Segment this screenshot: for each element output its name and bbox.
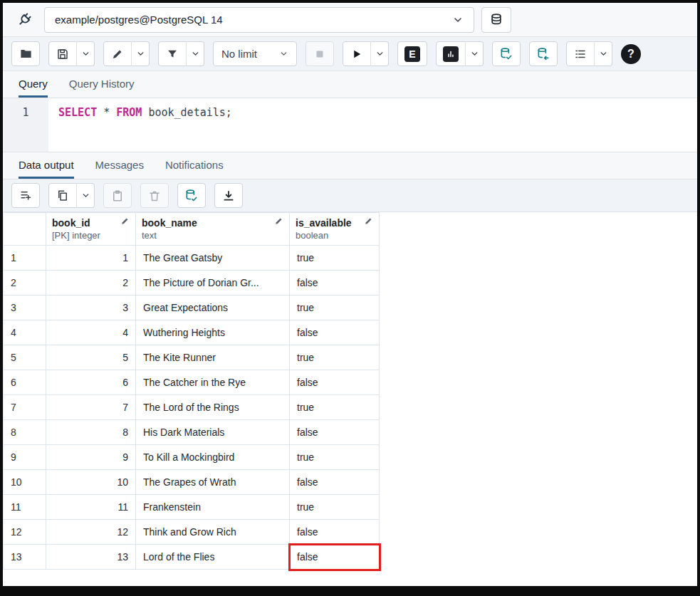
cell-book-id[interactable]: 1 <box>46 246 136 271</box>
row-number-cell[interactable]: 12 <box>4 520 46 545</box>
delete-row-button[interactable] <box>140 183 169 208</box>
tab-notifications[interactable]: Notifications <box>165 152 224 179</box>
tab-query-history[interactable]: Query History <box>69 71 135 98</box>
cell-book-id[interactable]: 2 <box>46 271 136 296</box>
delete-row-icon <box>148 189 161 202</box>
pgadmin-query-tool-window: example/postgres@PostgreSQL 14 <box>0 0 700 596</box>
connection-selector[interactable]: example/postgres@PostgreSQL 14 <box>44 7 474 33</box>
copy-button[interactable] <box>48 183 77 208</box>
explain-analyze-button[interactable] <box>436 41 466 66</box>
row-number-cell[interactable]: 5 <box>4 345 46 370</box>
table-row: 11The Great Gatsbytrue <box>4 246 380 271</box>
rollback-icon <box>536 47 550 61</box>
open-file-button[interactable] <box>11 41 40 66</box>
cell-book-name[interactable]: Great Expectations <box>136 296 290 320</box>
save-data-icon <box>184 189 199 203</box>
save-data-button[interactable] <box>177 183 206 208</box>
cell-is-available[interactable]: true <box>290 345 380 370</box>
cell-is-available[interactable]: false <box>290 320 380 345</box>
filter-button[interactable] <box>158 41 187 66</box>
cell-book-name[interactable]: To Kill a Mockingbird <box>136 445 290 470</box>
filter-icon <box>166 48 179 61</box>
cell-is-available[interactable]: false <box>290 271 380 296</box>
cell-book-id[interactable]: 8 <box>46 420 136 445</box>
row-number-cell[interactable]: 4 <box>4 320 46 345</box>
cell-is-available[interactable]: false <box>290 520 380 545</box>
cell-is-available[interactable]: false <box>290 470 380 495</box>
corner-header-cell[interactable] <box>4 213 46 246</box>
cell-is-available[interactable]: false <box>290 545 380 570</box>
row-number-cell[interactable]: 10 <box>4 470 46 495</box>
execute-dropdown-button[interactable] <box>370 41 389 66</box>
row-number-cell[interactable]: 3 <box>4 296 46 320</box>
tab-messages[interactable]: Messages <box>95 152 144 179</box>
row-number-cell[interactable]: 11 <box>4 495 46 520</box>
cell-book-id[interactable]: 13 <box>46 545 136 570</box>
row-number-cell[interactable]: 6 <box>4 370 46 395</box>
cell-book-name[interactable]: The Kite Runner <box>136 345 290 370</box>
cell-is-available[interactable]: false <box>290 370 380 395</box>
rollback-button[interactable] <box>529 41 558 66</box>
cell-book-id[interactable]: 5 <box>46 345 136 370</box>
sql-code-line[interactable]: SELECT * FROM book_details; <box>48 98 697 152</box>
limit-selector[interactable]: No limit <box>213 41 297 66</box>
edit-button[interactable] <box>103 41 132 66</box>
download-results-button[interactable] <box>214 183 243 208</box>
cell-is-available[interactable]: true <box>290 495 380 520</box>
cell-book-name[interactable]: Lord of the Flies <box>136 545 290 570</box>
explain-analyze-dropdown-button[interactable] <box>465 41 484 66</box>
cell-book-name[interactable]: Frankenstein <box>136 495 290 520</box>
cell-is-available[interactable]: true <box>290 395 380 420</box>
row-number-cell[interactable]: 13 <box>4 545 46 570</box>
cell-book-id[interactable]: 6 <box>46 370 136 395</box>
cell-book-name[interactable]: The Catcher in the Rye <box>136 370 290 395</box>
add-row-button[interactable] <box>11 183 40 208</box>
column-header-is-available[interactable]: is_available boolean <box>290 213 380 246</box>
cell-book-id[interactable]: 11 <box>46 495 136 520</box>
cell-book-name[interactable]: The Great Gatsby <box>136 246 290 271</box>
column-header-book-name[interactable]: book_name text <box>136 213 290 246</box>
cell-book-name[interactable]: The Lord of the Rings <box>136 395 290 420</box>
edit-dropdown-button[interactable] <box>131 41 150 66</box>
cell-is-available[interactable]: true <box>290 296 380 320</box>
cell-is-available[interactable]: false <box>290 420 380 445</box>
cell-book-name[interactable]: The Grapes of Wrath <box>136 470 290 495</box>
cell-is-available[interactable]: true <box>290 445 380 470</box>
row-number-cell[interactable]: 1 <box>4 246 46 271</box>
row-number-cell[interactable]: 7 <box>4 395 46 420</box>
help-button[interactable]: ? <box>621 44 641 64</box>
row-number-cell[interactable]: 9 <box>4 445 46 470</box>
cell-book-id[interactable]: 9 <box>46 445 136 470</box>
cell-book-id[interactable]: 10 <box>46 470 136 495</box>
macros-button[interactable] <box>566 41 595 66</box>
tab-data-output[interactable]: Data output <box>19 152 74 179</box>
cell-book-name[interactable]: Think and Grow Rich <box>136 520 290 545</box>
explain-button[interactable]: E <box>397 41 427 66</box>
table-row: 77The Lord of the Ringstrue <box>4 395 380 420</box>
execute-button[interactable] <box>343 41 371 66</box>
column-header-book-id[interactable]: book_id [PK] integer <box>46 213 136 246</box>
tab-query[interactable]: Query <box>19 71 48 98</box>
cell-book-id[interactable]: 7 <box>46 395 136 420</box>
save-dropdown-button[interactable] <box>76 41 95 66</box>
new-connection-button[interactable] <box>481 7 511 33</box>
macros-dropdown-button[interactable] <box>594 41 612 66</box>
copy-dropdown-button[interactable] <box>76 183 95 208</box>
cancel-query-button[interactable] <box>305 41 334 66</box>
cell-book-id[interactable]: 12 <box>46 520 136 545</box>
open-file-icon <box>19 47 33 61</box>
cell-book-id[interactable]: 4 <box>46 320 136 345</box>
cell-book-name[interactable]: The Picture of Dorian Gr... <box>136 271 290 296</box>
row-number-cell[interactable]: 8 <box>4 420 46 445</box>
filter-dropdown-button[interactable] <box>186 41 204 66</box>
paste-button[interactable] <box>103 183 132 208</box>
cell-book-name[interactable]: Wuthering Heights <box>136 320 290 345</box>
commit-button[interactable] <box>492 41 521 66</box>
save-file-button[interactable] <box>48 41 77 66</box>
cell-is-available[interactable]: true <box>290 246 380 271</box>
cell-book-name[interactable]: His Dark Materials <box>136 420 290 445</box>
chevron-down-icon <box>599 49 608 58</box>
row-number-cell[interactable]: 2 <box>4 271 46 296</box>
tab-query-label: Query <box>19 78 48 90</box>
cell-book-id[interactable]: 3 <box>46 296 136 320</box>
